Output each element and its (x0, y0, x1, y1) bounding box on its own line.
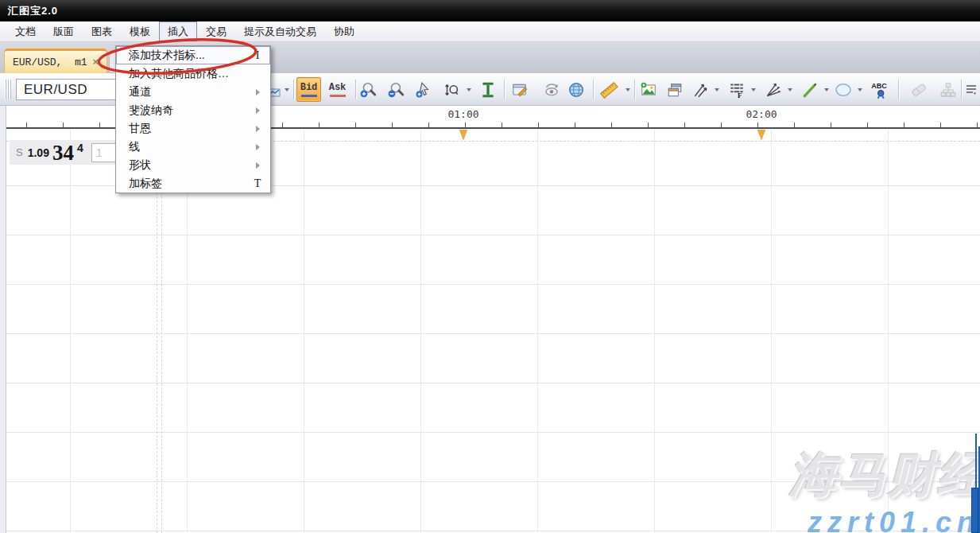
quote-panel: S 1.09 34 4 1 (10, 140, 133, 165)
menu-item-label: 线 (129, 140, 251, 154)
quote-price-big: 34 (52, 142, 74, 163)
quote-price-small: 1.09 (28, 146, 49, 159)
menu-item-document[interactable]: 文档 (6, 21, 45, 41)
menu-item-add-label[interactable]: 加标签 T (116, 174, 270, 193)
menu-bar: 文档 版面 图表 模板 插入 交易 提示及自动交易 协助 (0, 21, 980, 42)
tab-eurusd-m1[interactable]: EUR/USD, m1 × (4, 49, 107, 73)
watermark-url: zzrt01.cn (808, 506, 980, 533)
menu-item-alerts-autotrade[interactable]: 提示及自动交易 (235, 21, 325, 41)
ellipse-shape-icon[interactable] (833, 79, 854, 100)
bid-button[interactable]: Bid (296, 77, 321, 102)
eraser-icon[interactable] (908, 79, 929, 100)
submenu-arrow-icon (251, 89, 264, 95)
vertical-zoom-dropdown-icon[interactable] (464, 79, 473, 100)
zoom-in-icon[interactable] (358, 79, 379, 100)
vertical-zoom-icon[interactable] (441, 79, 462, 100)
toolbar-grip-handle[interactable] (5, 80, 12, 99)
bid-button-label: Bid (300, 82, 318, 93)
visibility-icon[interactable] (541, 79, 562, 100)
time-axis-label: 02:00 (746, 108, 777, 120)
fit-height-icon[interactable] (478, 79, 498, 100)
svg-text:ABC: ABC (871, 81, 887, 89)
menu-item-add-indicator[interactable]: 添加技术指标... I (116, 46, 270, 64)
menu-item-shape[interactable]: 形状 (116, 156, 270, 174)
fan-lines-icon[interactable] (763, 79, 784, 100)
quote-side: S (16, 146, 23, 158)
toolbar-separator (293, 80, 294, 99)
chart-type-dropdown-icon[interactable] (282, 79, 291, 100)
symbol-combobox-value: EUR/USD (24, 82, 87, 98)
menu-item-line[interactable]: 线 (116, 138, 270, 156)
fib-levels-icon[interactable]: F (726, 79, 747, 100)
cascade-windows-icon[interactable] (664, 79, 685, 100)
toolbar-separator (504, 80, 505, 99)
menu-item-shortcut: I (251, 49, 264, 62)
menu-item-channel[interactable]: 通道 (116, 83, 270, 101)
quote-price-sup: 4 (77, 142, 83, 154)
toolbar-separator (355, 80, 356, 99)
toolbar-overflow-icon[interactable] (963, 79, 979, 100)
toolbar-separator (634, 80, 635, 99)
menu-item-trade[interactable]: 交易 (197, 21, 235, 41)
toolbar-separator (961, 80, 962, 99)
ruler-dropdown-icon[interactable] (623, 79, 632, 100)
window-titlebar[interactable]: 汇图宝2.0 (0, 0, 980, 21)
fib-levels-dropdown-icon[interactable] (749, 79, 757, 100)
fan-lines-dropdown-icon[interactable] (785, 79, 794, 100)
ellipse-shape-dropdown-icon[interactable] (855, 79, 864, 100)
menu-item-label: 添加技术指标... (129, 49, 251, 63)
menu-item-help[interactable]: 协助 (325, 21, 363, 41)
application-window: 汇图宝2.0 文档 版面 图表 模板 插入 交易 提示及自动交易 协助 EUR/… (0, 0, 980, 533)
menu-item-template[interactable]: 模板 (121, 21, 159, 41)
zoom-out-icon[interactable] (386, 79, 407, 100)
candlestick-body (971, 488, 978, 533)
tab-label: EUR/USD, m1 (13, 56, 87, 68)
object-tree-icon[interactable] (938, 79, 959, 100)
menu-item-label: 通道 (129, 85, 251, 99)
draw-line-dropdown-icon[interactable] (822, 79, 831, 100)
ruler-icon[interactable] (598, 79, 619, 100)
menu-item-layout[interactable]: 版面 (45, 21, 83, 41)
draw-line-icon[interactable] (800, 79, 820, 100)
toolbar-separator (593, 80, 594, 99)
menu-item-label: 加标签 (129, 177, 251, 191)
menu-item-label: 甘恩 (129, 122, 251, 136)
session-separator-line (157, 141, 162, 533)
window-title: 汇图宝2.0 (8, 4, 58, 18)
tab-close-icon[interactable]: × (93, 58, 99, 66)
menu-item-gann[interactable]: 甘恩 (116, 119, 270, 138)
toolbar-separator (898, 80, 899, 99)
submenu-arrow-icon (251, 162, 264, 169)
svg-text:F: F (738, 91, 742, 98)
zoom-select-icon[interactable] (413, 79, 434, 100)
chart-left-rail (0, 106, 6, 533)
symbol-combobox[interactable]: EUR/USD (16, 79, 116, 100)
time-axis-label: 01:00 (447, 108, 478, 120)
menu-item-fibonacci[interactable]: 斐波纳奇 (116, 101, 270, 119)
ask-button[interactable]: Ask (325, 77, 350, 102)
watermark-brand: 海马财经 (789, 443, 980, 508)
globe-icon[interactable] (566, 79, 587, 100)
annotate-window-icon[interactable] (509, 79, 530, 100)
menu-item-insert[interactable]: 插入 (159, 21, 197, 41)
gann-lines-icon[interactable] (690, 79, 711, 100)
menu-item-add-other-symbol[interactable]: 加入其他商品价格… (116, 64, 270, 83)
submenu-arrow-icon (251, 144, 264, 150)
menu-item-shortcut: T (251, 177, 264, 190)
menu-item-label: 形状 (129, 158, 251, 173)
ask-button-label: Ask (329, 82, 347, 93)
insert-image-icon[interactable] (638, 79, 659, 100)
menu-item-label: 加入其他商品价格… (129, 67, 251, 81)
ask-underline (330, 95, 346, 97)
candlestick-wick (975, 434, 977, 491)
bid-underline (301, 95, 317, 97)
insert-menu-popup: 添加技术指标... I 加入其他商品价格… 通道 斐波纳奇 甘恩 线 形状 加标 (115, 45, 271, 193)
submenu-arrow-icon (251, 107, 264, 114)
menu-item-label: 斐波纳奇 (129, 103, 251, 118)
text-label-icon[interactable]: ABC (870, 79, 890, 100)
submenu-arrow-icon (251, 126, 264, 132)
menu-item-chart[interactable]: 图表 (83, 21, 121, 41)
gann-lines-dropdown-icon[interactable] (712, 79, 721, 100)
